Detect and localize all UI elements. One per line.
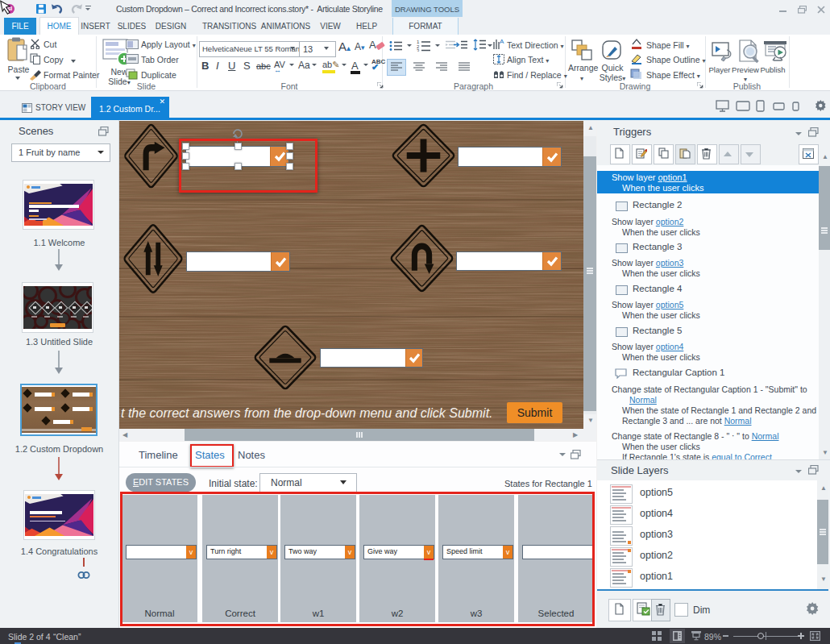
svg-text:3: 3 (417, 48, 420, 52)
svg-text:A: A (500, 39, 504, 45)
